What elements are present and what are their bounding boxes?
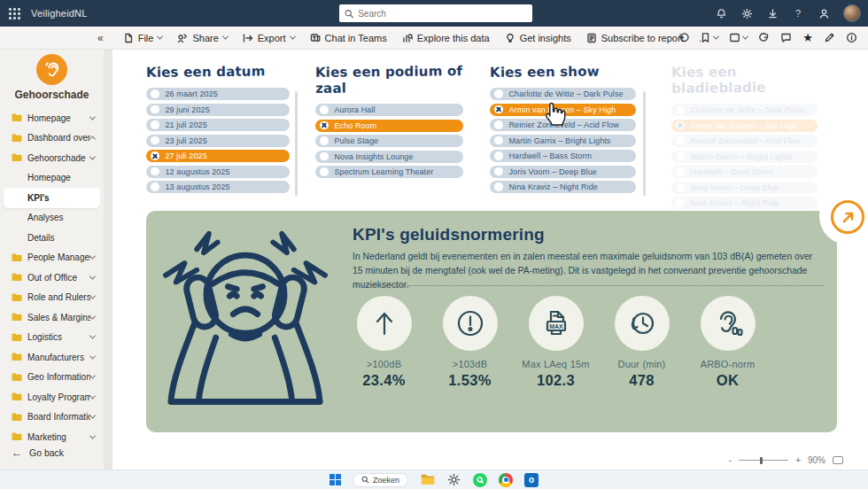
sidebar-item-out-of-office[interactable]: Out of Office <box>0 268 104 288</box>
chevron-down-icon <box>89 413 96 419</box>
slicer-podium: Kies een podium of zaal Aurora Hall Echo… <box>315 64 463 178</box>
checkbox-icon <box>676 198 685 207</box>
info-icon[interactable] <box>846 32 857 43</box>
whatsapp-icon[interactable] <box>473 473 487 487</box>
undo-icon[interactable] <box>678 32 689 43</box>
slicer-option[interactable]: Aurora Hall <box>315 104 463 116</box>
slicer-option-selected[interactable]: 27 juli 2025 <box>146 150 290 162</box>
sidebar-item-logistics[interactable]: Logistics <box>0 328 104 348</box>
checkbox-checked-icon <box>151 151 159 160</box>
slicer-option[interactable]: Pulse Stage <box>315 135 463 147</box>
slicer-scrollbar[interactable] <box>295 91 298 196</box>
settings-gear-icon[interactable] <box>740 7 753 19</box>
view-menu[interactable] <box>729 32 748 43</box>
download-icon[interactable] <box>766 7 779 19</box>
global-search-input[interactable] <box>358 9 527 19</box>
kpi-over-100db: >100dB 23.4% <box>341 296 427 389</box>
bookmarks-menu[interactable] <box>700 32 718 43</box>
sidebar-item-marketing[interactable]: Marketing <box>0 427 104 447</box>
open-details-button[interactable] <box>831 200 864 234</box>
sidebar-item-sales-margins[interactable]: Sales & Margins <box>0 307 104 328</box>
refresh-icon[interactable] <box>758 32 770 43</box>
export-menu[interactable]: Export <box>243 33 295 43</box>
slicer-option[interactable]: 29 juni 2025 <box>146 104 290 116</box>
outlook-icon[interactable]: o <box>524 473 539 487</box>
chat-in-teams-button[interactable]: Chat in Teams <box>310 33 387 43</box>
slicer-option[interactable]: Nina Kraviz – Night Ride <box>671 197 818 209</box>
zoom-slider-thumb[interactable] <box>760 457 763 464</box>
slicer-option-selected[interactable]: Echo Room <box>315 120 463 132</box>
chevron-down-icon <box>713 34 719 40</box>
get-insights-button[interactable]: Get insights <box>505 33 571 43</box>
slicer-option[interactable]: Spectrum Learning Theater <box>315 166 463 178</box>
explore-data-button[interactable]: Explore this data <box>402 33 490 43</box>
sidebar-page-analyses[interactable]: Analyses <box>0 208 104 229</box>
sidebar-item-gehoorschade[interactable]: Gehoorschade <box>0 148 104 168</box>
sidebar-page-kpis-selected[interactable]: KPI's <box>4 188 100 208</box>
sidebar-item-manufacturers[interactable]: Manufacturers <box>0 347 104 368</box>
sidebar-item-board-information[interactable]: Board Information <box>0 408 104 428</box>
windows-start-button[interactable] <box>329 474 341 485</box>
slicer-scrollbar[interactable] <box>643 91 646 196</box>
slicer-option[interactable]: Nova Insights Lounge <box>315 151 463 163</box>
notifications-bell-icon[interactable] <box>715 7 727 19</box>
sidebar-item-people-management[interactable]: People Management <box>0 248 104 268</box>
comments-icon[interactable] <box>780 32 792 43</box>
sidebar-item-homepage[interactable]: Homepage <box>0 108 104 128</box>
zoom-slider[interactable] <box>739 460 788 461</box>
slicer-option[interactable]: Joris Voorn – Deep Blue <box>490 166 636 178</box>
edit-pencil-icon[interactable] <box>824 32 835 43</box>
settings-gear-icon[interactable] <box>446 472 461 487</box>
slicer-option[interactable]: Reinier Zonneveld – Acid Flow <box>671 135 818 147</box>
file-explorer-icon[interactable] <box>420 472 435 487</box>
chevron-down-icon <box>89 333 96 339</box>
chrome-icon[interactable] <box>499 473 513 487</box>
sidebar-item-geo-information[interactable]: Geo Information <box>0 368 104 388</box>
waffle-menu-icon[interactable] <box>9 8 20 19</box>
slicer-option[interactable]: Hardwell – Bass Storm <box>671 166 818 178</box>
slicer-title: Kies een datum <box>146 63 290 81</box>
account-person-icon[interactable] <box>818 7 830 19</box>
slicer-option[interactable]: 26 maart 2025 <box>146 88 290 100</box>
sidebar-item-loyalty-programme[interactable]: Loyalty Programme <box>0 387 104 408</box>
slicer-option[interactable]: 23 juli 2025 <box>146 135 290 147</box>
checkbox-icon <box>676 152 685 161</box>
checkbox-icon <box>320 136 329 145</box>
fit-to-page-icon[interactable] <box>833 456 843 464</box>
slicer-option[interactable]: Charlotte de Witte – Dark Pulse <box>490 88 636 100</box>
file-menu[interactable]: File <box>123 33 163 43</box>
go-back-button[interactable]: ← Go back <box>0 446 104 459</box>
slicer-option[interactable]: 21 juli 2025 <box>146 119 290 131</box>
zoom-in-button[interactable]: + <box>795 455 801 465</box>
alert-icon <box>454 307 486 339</box>
favorite-star-icon[interactable]: ★ <box>802 32 813 43</box>
folder-icon <box>12 293 22 302</box>
sidebar-item-role-and-rulers[interactable]: Role and Rulers <box>0 288 104 308</box>
slicer-option[interactable]: Nina Kraviz – Night Ride <box>490 181 636 193</box>
user-avatar[interactable] <box>843 4 861 22</box>
sidebar-item-dashboard-overview[interactable]: Dashboard overview <box>0 128 104 149</box>
kpi-duur: Duur (min) 478 <box>599 296 685 389</box>
chevron-down-icon <box>742 34 748 40</box>
slicer-option[interactable]: 13 augustus 2025 <box>146 181 290 193</box>
folder-icon <box>12 253 22 262</box>
collapse-pane-icon[interactable]: « <box>97 32 104 44</box>
slicer-option[interactable]: Martin Garrix – Bright Lights <box>490 135 636 147</box>
slicer-option[interactable]: Martin Garrix – Bright Lights <box>671 151 818 163</box>
slicer-option[interactable]: Joris Voorn – Deep Blue <box>671 182 818 194</box>
sidebar-page-details[interactable]: Details <box>0 228 104 248</box>
global-search-box[interactable] <box>339 4 532 22</box>
zoom-out-button[interactable]: - <box>729 455 732 465</box>
slicer-ghost: Kies een bladiebladie Charlotte de Witte… <box>671 64 818 209</box>
taskbar-search[interactable]: Zoeken <box>353 473 408 487</box>
slicer-option[interactable]: Charlotte de Witte – Dark Pulse <box>671 104 818 116</box>
slicer-option[interactable]: Hardwell – Bass Storm <box>490 150 636 162</box>
explore-data-icon <box>402 33 413 43</box>
share-menu[interactable]: Share <box>177 33 227 43</box>
help-icon[interactable]: ? <box>792 7 804 19</box>
subscribe-button[interactable]: Subscribe to report <box>586 33 684 43</box>
sidebar-page-homepage[interactable]: Homepage <box>0 168 104 189</box>
slicer-option-selected[interactable]: Armin van Buuren – Sky High <box>671 120 818 132</box>
slicer-option[interactable]: 12 augustus 2025 <box>146 166 290 178</box>
chevron-up-icon <box>89 136 96 143</box>
